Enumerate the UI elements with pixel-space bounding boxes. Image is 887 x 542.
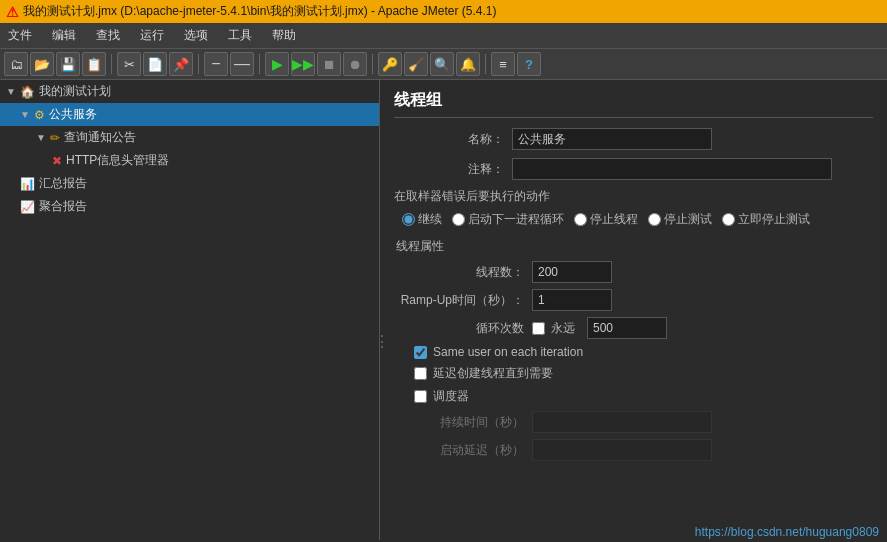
rampup-input[interactable] bbox=[532, 289, 612, 311]
bottom-bar: https://blog.csdn.net/huguang0809 bbox=[687, 522, 887, 542]
tree-item-aggregate[interactable]: 📈 聚合报告 bbox=[0, 195, 379, 218]
name-input[interactable] bbox=[512, 128, 712, 150]
tree-item-http[interactable]: ✖ HTTP信息头管理器 bbox=[0, 149, 379, 172]
toolbar-run[interactable]: ▶ bbox=[265, 52, 289, 76]
summary-icon: 📊 bbox=[20, 177, 35, 191]
tree-item-gonggong[interactable]: ▼ ⚙ 公共服务 bbox=[0, 103, 379, 126]
comment-row: 注释： bbox=[394, 158, 873, 180]
rampup-row: Ramp-Up时间（秒）： bbox=[394, 289, 873, 311]
loop-label: 循环次数 bbox=[394, 320, 524, 337]
scheduler-checkbox[interactable] bbox=[414, 390, 427, 403]
toolbar-open[interactable]: 📂 bbox=[30, 52, 54, 76]
radio-continue[interactable]: 继续 bbox=[402, 211, 442, 228]
rampup-label: Ramp-Up时间（秒）： bbox=[394, 292, 524, 309]
toolbar-list[interactable]: ≡ bbox=[491, 52, 515, 76]
thread-count-input[interactable] bbox=[532, 261, 612, 283]
radio-stop-test[interactable]: 停止测试 bbox=[648, 211, 712, 228]
same-user-label: Same user on each iteration bbox=[433, 345, 583, 359]
radio-stop-now-label: 立即停止测试 bbox=[738, 211, 810, 228]
toolbar-copy[interactable]: 📄 bbox=[143, 52, 167, 76]
toolbar-key[interactable]: 🔑 bbox=[378, 52, 402, 76]
toolbar-broom[interactable]: 🧹 bbox=[404, 52, 428, 76]
root-arrow: ▼ bbox=[6, 86, 16, 97]
toolbar-help[interactable]: ? bbox=[517, 52, 541, 76]
sep1 bbox=[111, 54, 112, 74]
radio-stop-test-label: 停止测试 bbox=[664, 211, 712, 228]
toolbar-bell[interactable]: 🔔 bbox=[456, 52, 480, 76]
toolbar-cut[interactable]: ✂ bbox=[117, 52, 141, 76]
startup-delay-row: 启动延迟（秒） bbox=[394, 439, 873, 461]
radio-stop-thread-input[interactable] bbox=[574, 213, 587, 226]
root-label: 我的测试计划 bbox=[39, 83, 111, 100]
radio-stop-thread[interactable]: 停止线程 bbox=[574, 211, 638, 228]
thread-props-title: 线程属性 bbox=[394, 238, 873, 255]
scheduler-label: 调度器 bbox=[433, 388, 469, 405]
radio-stop-test-input[interactable] bbox=[648, 213, 661, 226]
duration-input[interactable] bbox=[532, 411, 712, 433]
same-user-checkbox[interactable] bbox=[414, 346, 427, 359]
toolbar-new[interactable]: 🗂 bbox=[4, 52, 28, 76]
panel-title: 线程组 bbox=[394, 90, 873, 118]
radio-stop-now-input[interactable] bbox=[722, 213, 735, 226]
tree-root[interactable]: ▼ 🏠 我的测试计划 bbox=[0, 80, 379, 103]
forever-checkbox[interactable] bbox=[532, 322, 545, 335]
query-arrow: ▼ bbox=[36, 132, 46, 143]
right-panel: 线程组 名称： 注释： 在取样器错误后要执行的动作 继续 启动下一进程循环 停止… bbox=[380, 80, 887, 540]
menu-tools[interactable]: 工具 bbox=[224, 25, 256, 46]
toolbar-paste[interactable]: 📌 bbox=[169, 52, 193, 76]
radio-continue-label: 继续 bbox=[418, 211, 442, 228]
tree-panel: ▼ 🏠 我的测试计划 ▼ ⚙ 公共服务 ▼ ✏ 查询通知公告 ✖ HTTP信息头… bbox=[0, 80, 380, 540]
warning-icon: ⚠ bbox=[6, 4, 19, 20]
toolbar-stopall[interactable]: ⏺ bbox=[343, 52, 367, 76]
toolbar-search[interactable]: 🔍 bbox=[430, 52, 454, 76]
name-row: 名称： bbox=[394, 128, 873, 150]
url-label: https://blog.csdn.net/huguang0809 bbox=[695, 525, 879, 539]
toolbar: 🗂 📂 💾 📋 ✂ 📄 📌 − — ▶ ▶▶ ⏹ ⏺ 🔑 🧹 🔍 🔔 ≡ ? bbox=[0, 49, 887, 80]
drag-dots: ⋮ bbox=[374, 332, 388, 351]
gongong-arrow: ▼ bbox=[20, 109, 30, 120]
loop-count-input[interactable] bbox=[587, 317, 667, 339]
error-radio-group: 继续 启动下一进程循环 停止线程 停止测试 立即停止测试 bbox=[402, 211, 873, 228]
menu-run[interactable]: 运行 bbox=[136, 25, 168, 46]
toolbar-save[interactable]: 💾 bbox=[56, 52, 80, 76]
comment-label: 注释： bbox=[394, 161, 504, 178]
aggregate-label: 聚合报告 bbox=[39, 198, 87, 215]
radio-stop-thread-label: 停止线程 bbox=[590, 211, 638, 228]
menu-edit[interactable]: 编辑 bbox=[48, 25, 80, 46]
radio-next-input[interactable] bbox=[452, 213, 465, 226]
menu-options[interactable]: 选项 bbox=[180, 25, 212, 46]
loop-row: 循环次数 永远 bbox=[394, 317, 873, 339]
radio-continue-input[interactable] bbox=[402, 213, 415, 226]
delay-create-checkbox[interactable] bbox=[414, 367, 427, 380]
forever-label: 永远 bbox=[551, 320, 575, 337]
sep4 bbox=[372, 54, 373, 74]
menu-find[interactable]: 查找 bbox=[92, 25, 124, 46]
same-user-row: Same user on each iteration bbox=[414, 345, 873, 359]
aggregate-icon: 📈 bbox=[20, 200, 35, 214]
toolbar-runfast[interactable]: ▶▶ bbox=[291, 52, 315, 76]
toolbar-saveas[interactable]: 📋 bbox=[82, 52, 106, 76]
tree-item-summary[interactable]: 📊 汇总报告 bbox=[0, 172, 379, 195]
gongong-icon: ⚙ bbox=[34, 108, 45, 122]
toolbar-minus[interactable]: − bbox=[204, 52, 228, 76]
sep3 bbox=[259, 54, 260, 74]
duration-label: 持续时间（秒） bbox=[394, 414, 524, 431]
menu-help[interactable]: 帮助 bbox=[268, 25, 300, 46]
radio-stop-now[interactable]: 立即停止测试 bbox=[722, 211, 810, 228]
radio-next[interactable]: 启动下一进程循环 bbox=[452, 211, 564, 228]
sep5 bbox=[485, 54, 486, 74]
summary-label: 汇总报告 bbox=[39, 175, 87, 192]
http-label: HTTP信息头管理器 bbox=[66, 152, 169, 169]
resize-handle[interactable]: ⋮ bbox=[378, 162, 383, 520]
comment-input[interactable] bbox=[512, 158, 832, 180]
query-icon: ✏ bbox=[50, 131, 60, 145]
duration-row: 持续时间（秒） bbox=[394, 411, 873, 433]
sep2 bbox=[198, 54, 199, 74]
toolbar-line[interactable]: — bbox=[230, 52, 254, 76]
thread-count-row: 线程数： bbox=[394, 261, 873, 283]
radio-next-label: 启动下一进程循环 bbox=[468, 211, 564, 228]
startup-delay-input[interactable] bbox=[532, 439, 712, 461]
menu-file[interactable]: 文件 bbox=[4, 25, 36, 46]
tree-item-query[interactable]: ▼ ✏ 查询通知公告 bbox=[0, 126, 379, 149]
toolbar-stop[interactable]: ⏹ bbox=[317, 52, 341, 76]
